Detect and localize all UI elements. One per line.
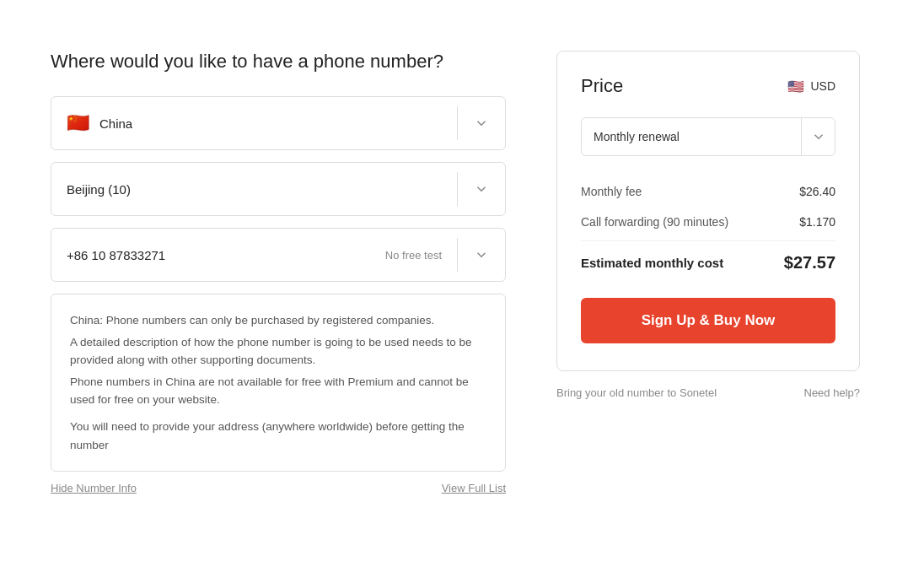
call-forwarding-label: Call forwarding (90 minutes) xyxy=(581,215,728,229)
need-help-link[interactable]: Need help? xyxy=(804,386,861,399)
region-label: Beijing (10) xyxy=(67,182,131,197)
bottom-links: Hide Number Info View Full List xyxy=(51,482,506,494)
price-title: Price xyxy=(581,75,623,97)
estimated-label: Estimated monthly cost xyxy=(581,256,723,270)
page-title: Where would you like to have a phone num… xyxy=(51,51,506,73)
view-full-list-link[interactable]: View Full List xyxy=(442,482,506,494)
currency-badge: 🇺🇸 USD xyxy=(787,77,835,95)
monthly-fee-value: $26.40 xyxy=(799,185,835,198)
monthly-fee-label: Monthly fee xyxy=(581,185,642,198)
signup-button[interactable]: Sign Up & Buy Now xyxy=(581,298,835,343)
price-rows: Monthly fee $26.40 Call forwarding (90 m… xyxy=(581,176,835,281)
call-forwarding-value: $1.170 xyxy=(799,215,835,229)
chevron-down-icon xyxy=(474,181,489,197)
info-line-4: You will need to provide your address (a… xyxy=(70,418,486,454)
currency-label: USD xyxy=(810,79,835,93)
no-free-test-badge: No free test xyxy=(385,249,442,262)
country-dropdown[interactable]: 🇨🇳 China xyxy=(51,96,506,150)
region-arrow[interactable] xyxy=(458,181,505,197)
region-dropdown-main: Beijing (10) xyxy=(51,182,457,197)
estimated-cost-row: Estimated monthly cost $27.57 xyxy=(581,240,835,281)
port-number-link[interactable]: Bring your old number to Sonetel xyxy=(556,386,717,399)
left-panel: Where would you like to have a phone num… xyxy=(51,51,506,494)
phone-arrow[interactable] xyxy=(458,247,505,262)
phone-main: +86 10 87833271 No free test xyxy=(51,248,457,262)
phone-number-text: +86 10 87833271 xyxy=(67,248,165,262)
us-flag: 🇺🇸 xyxy=(787,77,805,95)
chevron-down-icon xyxy=(474,116,489,131)
renewal-select[interactable]: Monthly renewal xyxy=(581,117,835,156)
chevron-down-icon xyxy=(811,129,826,144)
estimated-value: $27.57 xyxy=(784,253,835,273)
country-arrow[interactable] xyxy=(458,116,505,131)
chevron-down-icon xyxy=(474,247,489,262)
info-box: China: Phone numbers can only be purchas… xyxy=(51,294,506,472)
renewal-select-text: Monthly renewal xyxy=(582,130,801,143)
main-layout: Where would you like to have a phone num… xyxy=(51,51,873,494)
call-forwarding-row: Call forwarding (90 minutes) $1.170 xyxy=(581,207,835,237)
footer-links: Bring your old number to Sonetel Need he… xyxy=(556,386,860,399)
hide-number-info-link[interactable]: Hide Number Info xyxy=(51,482,137,494)
info-line-3: Phone numbers in China are not available… xyxy=(70,373,486,409)
region-dropdown[interactable]: Beijing (10) xyxy=(51,162,506,216)
price-card: Price 🇺🇸 USD Monthly renewal Monthly xyxy=(556,51,860,371)
info-line-1: China: Phone numbers can only be purchas… xyxy=(70,311,486,330)
right-panel: Price 🇺🇸 USD Monthly renewal Monthly xyxy=(556,51,860,494)
country-dropdown-main: 🇨🇳 China xyxy=(51,112,457,134)
monthly-fee-row: Monthly fee $26.40 xyxy=(581,176,835,207)
country-label: China xyxy=(99,116,132,131)
info-line-2: A detailed description of how the phone … xyxy=(70,333,486,370)
phone-number-row[interactable]: +86 10 87833271 No free test xyxy=(51,228,506,282)
price-header: Price 🇺🇸 USD xyxy=(581,75,835,97)
renewal-select-arrow[interactable] xyxy=(801,118,835,155)
china-flag: 🇨🇳 xyxy=(67,112,89,134)
